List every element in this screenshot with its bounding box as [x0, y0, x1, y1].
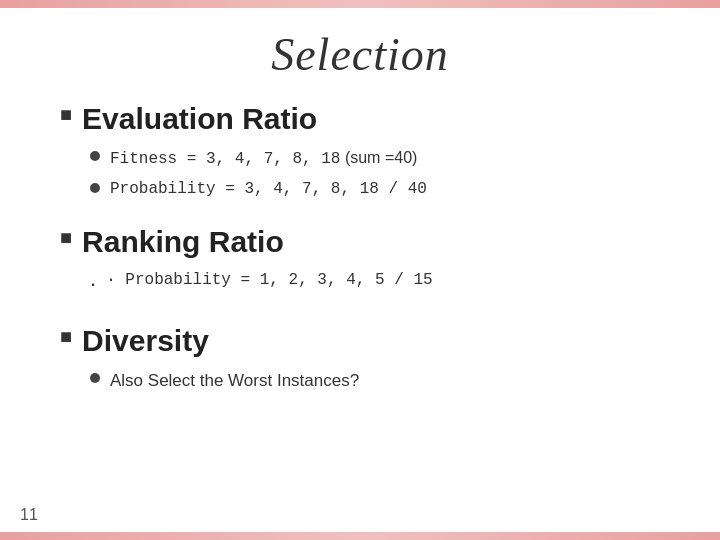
main-bullet-evaluation: ■ Evaluation Ratio	[60, 101, 660, 137]
sub-bullets-ranking: · · Probability = 1, 2, 3, 4, 5 / 15	[90, 268, 660, 301]
slide: Selection ■ Evaluation Ratio Fitness = 3…	[0, 0, 720, 540]
bullet-icon-evaluation: ■	[60, 103, 72, 126]
slide-number: 11	[20, 506, 38, 524]
heading-ranking: Ranking Ratio	[82, 224, 284, 260]
dot-diversity	[90, 373, 100, 383]
sub-bullet-probability-eval: Probability = 3, 4, 7, 8, 18 / 40	[90, 177, 660, 203]
dot-fitness	[90, 151, 100, 161]
slide-title: Selection	[60, 28, 660, 81]
text-probability-eval: Probability = 3, 4, 7, 8, 18 / 40	[110, 177, 427, 203]
sub-bullets-evaluation: Fitness = 3, 4, 7, 8, 18 (sum =40) Proba…	[90, 145, 660, 202]
heading-evaluation: Evaluation Ratio	[82, 101, 317, 137]
bullet-icon-diversity: ■	[60, 325, 72, 348]
text-probability-rank: · Probability = 1, 2, 3, 4, 5 / 15	[106, 268, 432, 294]
sub-diversity: Also Select the Worst Instances?	[90, 367, 660, 394]
sub-bullet-probability-rank: · · Probability = 1, 2, 3, 4, 5 / 15	[90, 268, 660, 301]
bullet-icon-ranking: ■	[60, 226, 72, 249]
section-evaluation: ■ Evaluation Ratio Fitness = 3, 4, 7, 8,…	[60, 101, 660, 206]
dot-ranking: ·	[90, 266, 96, 301]
main-bullet-diversity: ■ Diversity	[60, 323, 660, 359]
slide-content: Selection ■ Evaluation Ratio Fitness = 3…	[0, 8, 720, 532]
main-bullet-ranking: ■ Ranking Ratio	[60, 224, 660, 260]
section-diversity: ■ Diversity Also Select the Worst Instan…	[60, 323, 660, 394]
heading-diversity: Diversity	[82, 323, 209, 359]
sub-bullet-fitness: Fitness = 3, 4, 7, 8, 18 (sum =40)	[90, 145, 660, 173]
top-bar	[0, 0, 720, 8]
text-diversity: Also Select the Worst Instances?	[110, 367, 359, 394]
text-fitness: Fitness = 3, 4, 7, 8, 18 (sum =40)	[110, 145, 417, 173]
dot-probability-eval	[90, 183, 100, 193]
section-ranking: ■ Ranking Ratio · · Probability = 1, 2, …	[60, 224, 660, 305]
bottom-bar	[0, 532, 720, 540]
